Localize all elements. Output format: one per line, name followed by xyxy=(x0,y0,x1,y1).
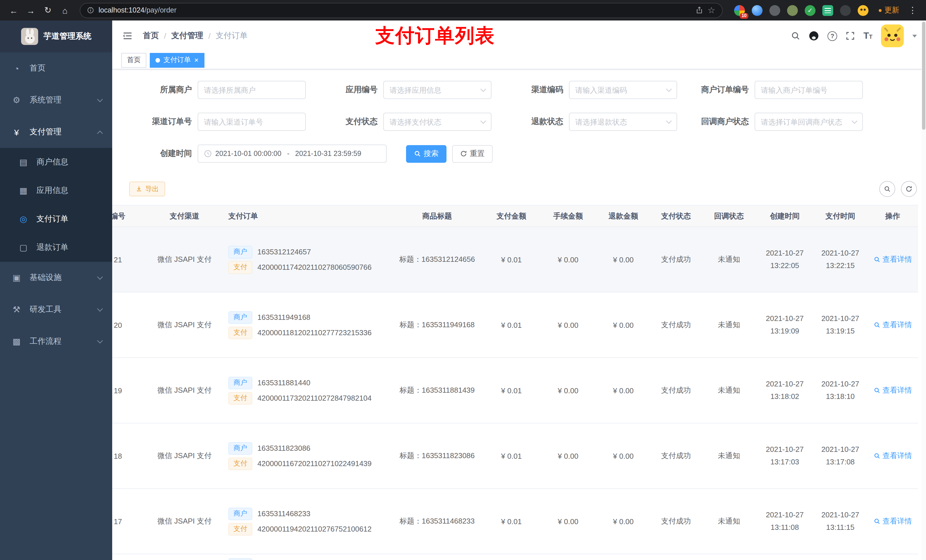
view-detail-link[interactable]: 查看详情 xyxy=(873,254,912,265)
screen: ← → ↻ ⌂ localhost:1024/pay/order ☆ 10 ✓ … xyxy=(0,0,926,560)
extension-icon[interactable] xyxy=(769,5,780,16)
table-row: 19 微信 JSAPI 支付 商户1635311881440 支付4200001… xyxy=(112,358,918,423)
sidebar-item-infrastructure[interactable]: ▣ 基础设施 xyxy=(0,262,112,294)
table-toolbar: 导出 xyxy=(129,181,926,197)
extension-icon[interactable]: ✓ xyxy=(805,5,816,16)
channel-code-select[interactable] xyxy=(569,81,677,99)
merchant-tag: 商户 xyxy=(228,246,252,258)
merchant-filter[interactable] xyxy=(198,81,306,99)
search-icon[interactable] xyxy=(791,31,800,41)
col-create-time: 创建时间 xyxy=(756,205,813,227)
pay-status-select[interactable] xyxy=(383,113,492,131)
refresh-button[interactable] xyxy=(901,181,917,197)
update-dot xyxy=(879,9,882,12)
chevron-up-icon xyxy=(97,130,103,136)
github-icon[interactable] xyxy=(809,31,819,41)
date-end: 2021-10-31 23:59:59 xyxy=(295,150,362,158)
extension-icon[interactable]: 10 xyxy=(734,5,745,16)
channel-order-no-filter[interactable] xyxy=(198,113,306,131)
pay-tag: 支付 xyxy=(228,326,252,339)
font-size-icon[interactable]: TT xyxy=(863,31,873,41)
extension-icon[interactable] xyxy=(840,5,851,16)
page-content: 所属商户 应用编号 渠道编码 商户订单编号 xyxy=(112,69,926,560)
app-select[interactable] xyxy=(383,81,492,99)
reload-button[interactable]: ↻ xyxy=(40,2,56,18)
channel-order-no-input[interactable] xyxy=(204,118,300,126)
refund-status-select[interactable] xyxy=(569,113,677,131)
home-icon: ◔ xyxy=(10,63,23,73)
notify-status-select[interactable] xyxy=(755,113,863,131)
order-table-body: 21 微信 JSAPI 支付 商户1635312124657 支付4200001… xyxy=(112,227,918,554)
breadcrumb-home[interactable]: 首页 xyxy=(143,31,159,41)
sidebar-item-refund-order[interactable]: ▢ 退款订单 xyxy=(0,233,112,262)
date-range-picker[interactable]: 2021-10-01 00:00:00 - 2021-10-31 23:59:5… xyxy=(198,145,387,163)
sidebar-toggle-icon[interactable] xyxy=(121,30,134,42)
merchant-order-no-input[interactable] xyxy=(761,86,856,94)
merchant-order-no-filter[interactable] xyxy=(755,81,863,99)
sidebar-item-home[interactable]: ◔ 首页 xyxy=(0,52,112,84)
tab-pay-order[interactable]: 支付订单 × xyxy=(150,53,204,68)
sidebar-item-pay-order[interactable]: ◎ 支付订单 xyxy=(0,205,112,233)
sidebar-item-payment[interactable]: ¥ 支付管理 xyxy=(0,116,112,148)
chevron-down-icon xyxy=(97,97,103,102)
extension-icon[interactable] xyxy=(858,5,869,16)
page-scrollbar[interactable] xyxy=(921,21,926,560)
toggle-search-button[interactable] xyxy=(879,181,895,197)
chevron-down-icon xyxy=(97,338,103,343)
sidebar-item-app-info[interactable]: ▦ 应用信息 xyxy=(0,177,112,205)
sidebar-item-system[interactable]: ⚙ 系统管理 xyxy=(0,84,112,116)
view-detail-link[interactable]: 查看详情 xyxy=(873,320,912,330)
sidebar-item-merchant-info[interactable]: ▤ 商户信息 xyxy=(0,148,112,177)
breadcrumb: 首页 / 支付管理 / 支付订单 xyxy=(143,31,248,41)
navbar-actions: ? TT xyxy=(791,24,917,47)
export-button[interactable]: 导出 xyxy=(129,181,165,196)
user-avatar[interactable] xyxy=(881,24,904,47)
scrollbar-thumb[interactable] xyxy=(922,22,925,130)
extensions-area: 10 ✓ xyxy=(734,5,869,16)
app-logo[interactable]: 芋道管理系统 xyxy=(0,21,112,52)
channel-code-input[interactable] xyxy=(575,86,663,94)
sidebar-item-dev-tools[interactable]: ⚒ 研发工具 xyxy=(0,294,112,326)
pay-status-input[interactable] xyxy=(390,118,478,126)
browser-menu-icon[interactable]: ⋮ xyxy=(905,5,920,15)
view-detail-link[interactable]: 查看详情 xyxy=(873,516,912,527)
merchant-tag: 商户 xyxy=(228,376,252,389)
reset-button[interactable]: 重置 xyxy=(452,145,493,163)
refund-status-input[interactable] xyxy=(575,118,663,126)
share-icon[interactable] xyxy=(695,6,703,14)
table-header-row: 编号 支付渠道 支付订单 商品标题 支付金额 手续金额 退款金额 支付状态 回调… xyxy=(112,205,918,227)
fullscreen-icon[interactable] xyxy=(846,31,855,41)
avatar-caret-icon[interactable] xyxy=(912,35,917,37)
app-grid-icon: ▦ xyxy=(17,186,30,196)
view-detail-link[interactable]: 查看详情 xyxy=(873,451,912,461)
logo-image xyxy=(21,28,38,45)
extension-icon[interactable] xyxy=(752,5,763,16)
notify-status-input[interactable] xyxy=(761,118,849,126)
merchant-input[interactable] xyxy=(204,86,300,94)
forward-button[interactable]: → xyxy=(23,2,39,18)
filter-label: 退款状态 xyxy=(501,117,563,127)
address-bar[interactable]: localhost:1024/pay/order ☆ xyxy=(80,3,723,18)
extension-badge: 10 xyxy=(740,13,748,18)
close-tab-icon[interactable]: × xyxy=(194,56,198,64)
bookmark-star-icon[interactable]: ☆ xyxy=(708,5,715,15)
sidebar-item-workflow[interactable]: ▩ 工作流程 xyxy=(0,326,112,358)
help-icon[interactable]: ? xyxy=(828,31,837,41)
tab-home[interactable]: 首页 xyxy=(121,53,146,68)
date-separator: - xyxy=(285,150,292,158)
search-button[interactable]: 搜索 xyxy=(406,145,446,163)
chevron-down-icon xyxy=(666,118,672,124)
back-button[interactable]: ← xyxy=(6,2,22,18)
app-input[interactable] xyxy=(390,86,478,94)
site-info-icon[interactable] xyxy=(87,7,94,14)
document-icon: ▢ xyxy=(17,242,30,253)
extension-icon[interactable] xyxy=(822,5,833,16)
chevron-down-icon xyxy=(97,274,103,280)
home-button[interactable]: ⌂ xyxy=(57,2,73,18)
breadcrumb-payment[interactable]: 支付管理 xyxy=(171,31,203,41)
extension-icon[interactable] xyxy=(787,5,798,16)
browser-update-button[interactable]: 更新 xyxy=(874,3,904,17)
view-detail-link[interactable]: 查看详情 xyxy=(873,385,912,395)
filter-label: 回调商户状态 xyxy=(686,117,749,127)
gear-icon: ⚙ xyxy=(10,95,23,105)
